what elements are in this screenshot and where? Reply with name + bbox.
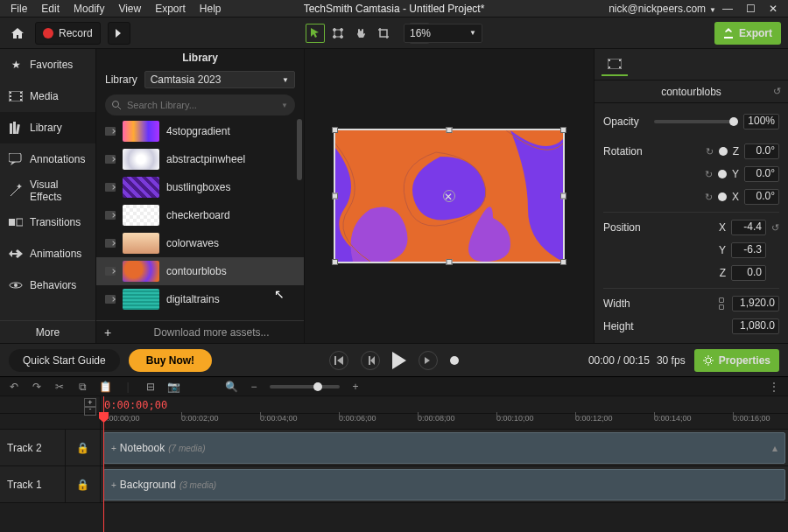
expand-icon[interactable] — [105, 183, 116, 192]
step-back-button[interactable] — [361, 351, 380, 370]
download-more-link[interactable]: Download more assets... — [119, 326, 304, 339]
sidebar-item-media[interactable]: Media — [0, 80, 95, 112]
split-button[interactable]: ⊟ — [144, 381, 158, 393]
zoom-in-button[interactable]: + — [348, 381, 362, 393]
expand-icon[interactable] — [105, 295, 116, 304]
copy-button[interactable]: ⧉ — [75, 381, 89, 393]
height-value[interactable]: 1,080.0 — [732, 318, 779, 334]
resize-handle-tr[interactable] — [560, 127, 566, 133]
clip-expand-button[interactable]: + — [111, 444, 116, 453]
sidebar-item-behaviors[interactable]: Behaviors — [0, 270, 95, 301]
sidebar-item-library[interactable]: Library — [0, 112, 95, 144]
record-options-button[interactable] — [108, 22, 130, 45]
position-reset[interactable]: ↺ — [771, 222, 779, 234]
library-item-abstractpinwheel[interactable]: abstractpinwheel — [96, 145, 304, 173]
timeline-menu-button[interactable]: ⋮ — [767, 381, 781, 393]
position-z-value[interactable]: 0.0 — [731, 265, 766, 281]
zoom-out-button[interactable]: − — [247, 381, 261, 393]
screenshot-button[interactable]: 📷 — [166, 381, 180, 393]
menu-export[interactable]: Export — [148, 1, 193, 17]
track-1-content[interactable]: + Background (3 media) — [101, 466, 788, 502]
play-button[interactable] — [392, 352, 406, 369]
crop-tool[interactable] — [374, 24, 393, 43]
add-asset-button[interactable]: + — [96, 326, 119, 340]
quick-start-button[interactable]: Quick Start Guide — [9, 349, 120, 372]
rotation-z-reset[interactable]: ↻ — [706, 146, 714, 158]
properties-tab-visual[interactable] — [602, 53, 628, 76]
paste-button[interactable]: 📋 — [98, 381, 112, 393]
track-lock-icon[interactable]: 🔒 — [76, 442, 90, 454]
library-item-colorwaves[interactable]: colorwaves — [96, 229, 304, 257]
library-item-bustlingboxes[interactable]: bustlingboxes — [96, 173, 304, 201]
position-y-value[interactable]: -6.3 — [731, 242, 766, 258]
library-search-input[interactable] — [127, 100, 276, 110]
library-item-checkerboard[interactable]: checkerboard — [96, 201, 304, 229]
undo-button[interactable]: ↶ — [7, 381, 21, 393]
pan-tool[interactable] — [328, 24, 348, 43]
rotation-y-dial[interactable] — [718, 170, 727, 178]
maximize-button[interactable]: ☐ — [739, 1, 762, 17]
menu-edit[interactable]: Edit — [34, 1, 67, 17]
add-track-button[interactable]: + — [84, 398, 96, 407]
sidebar-item-visual-effects[interactable]: Visual Effects — [0, 175, 95, 206]
resize-handle-ml[interactable] — [332, 193, 338, 200]
expand-icon[interactable] — [105, 239, 116, 248]
width-value[interactable]: 1,920.0 — [732, 296, 779, 312]
resize-handle-tl[interactable] — [332, 127, 338, 133]
track-1-label[interactable]: Track 1 — [0, 466, 66, 502]
playhead-marker[interactable] — [450, 356, 459, 365]
track-2-clip[interactable]: + Notebook (7 media) ▴ — [103, 432, 785, 464]
expand-icon[interactable] — [105, 211, 116, 220]
menu-modify[interactable]: Modify — [67, 1, 111, 17]
minimize-button[interactable]: — — [716, 1, 739, 17]
resize-handle-tc[interactable] — [447, 127, 453, 133]
resize-handle-bc[interactable] — [447, 259, 453, 265]
expand-icon[interactable] — [105, 155, 116, 164]
redo-button[interactable]: ↷ — [30, 381, 44, 393]
track-1-clip[interactable]: + Background (3 media) — [103, 469, 785, 500]
opacity-value[interactable]: 100% — [743, 114, 779, 130]
clip-collapse-icon[interactable]: ▴ — [772, 442, 777, 454]
timeline-zoom-slider[interactable] — [270, 385, 340, 388]
buy-now-button[interactable]: Buy Now! — [129, 349, 212, 372]
step-forward-button[interactable] — [419, 351, 438, 370]
menu-file[interactable]: File — [4, 1, 34, 17]
rotation-y-value[interactable]: 0.0° — [744, 166, 779, 182]
account-menu[interactable]: nick@nickpeers.com▼ — [609, 3, 716, 15]
close-button[interactable]: ✕ — [762, 1, 784, 17]
select-tool[interactable] — [306, 24, 325, 43]
track-lock-icon[interactable]: 🔒 — [76, 479, 90, 491]
timeline-ruler[interactable]: 0:00:00;00 0:00:02;00 0:00:04;00 0:00:06… — [101, 414, 788, 429]
rotation-y-reset[interactable]: ↻ — [705, 169, 713, 180]
sidebar-item-animations[interactable]: Animations — [0, 238, 95, 270]
zoom-fit-button[interactable]: 🔍 — [224, 381, 238, 393]
reset-all-button[interactable]: ↺ — [773, 86, 781, 97]
rotation-z-value[interactable]: 0.0° — [744, 144, 779, 159]
hand-tool[interactable] — [351, 24, 370, 43]
rotation-x-value[interactable]: 0.0° — [744, 189, 779, 205]
playhead[interactable] — [103, 396, 104, 532]
cut-button[interactable]: ✂ — [53, 381, 67, 393]
library-search[interactable]: ▼ — [105, 94, 295, 116]
export-button[interactable]: Export — [714, 22, 781, 45]
prev-clip-button[interactable] — [329, 351, 348, 370]
rotation-x-dial[interactable] — [718, 192, 727, 201]
link-dimensions-toggle[interactable] — [716, 298, 727, 310]
expand-icon[interactable] — [105, 127, 116, 136]
library-item-4stopgradient[interactable]: 4stopgradient — [96, 117, 304, 145]
more-categories-button[interactable]: More — [0, 320, 95, 343]
record-button[interactable]: Record — [35, 22, 101, 45]
library-item-digitaltrains[interactable]: digitaltrains — [96, 285, 304, 313]
library-scrollbar[interactable] — [297, 119, 302, 180]
sidebar-item-transitions[interactable]: Transitions — [0, 206, 95, 238]
canvas[interactable]: ✕ — [305, 49, 594, 343]
canvas-media-object[interactable]: ✕ — [335, 130, 563, 262]
resize-handle-bl[interactable] — [332, 259, 338, 265]
resize-handle-mr[interactable] — [560, 193, 566, 200]
expand-icon[interactable] — [105, 267, 116, 276]
menu-view[interactable]: View — [111, 1, 148, 17]
sidebar-item-favorites[interactable]: ★Favorites — [0, 49, 95, 80]
sidebar-item-annotations[interactable]: Annotations — [0, 144, 95, 175]
menu-help[interactable]: Help — [193, 1, 229, 17]
resize-handle-br[interactable] — [560, 259, 566, 265]
